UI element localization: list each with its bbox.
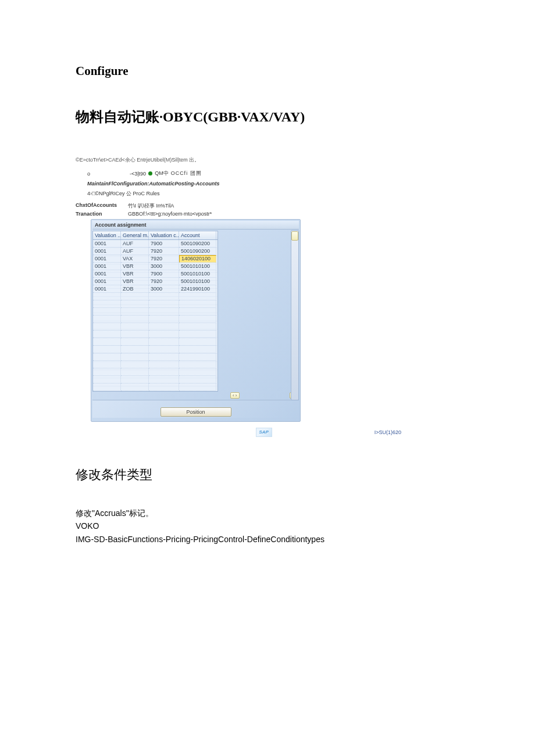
grid-cell[interactable] [149, 361, 179, 368]
grid-cell[interactable]: 0001 [93, 278, 121, 285]
col-general-mod[interactable]: General m... [121, 231, 149, 239]
account-grid[interactable]: Valuation ... General m... Valuation c..… [92, 231, 218, 392]
grid-cell[interactable] [179, 376, 216, 384]
grid-cell[interactable]: ZOB [121, 285, 149, 293]
table-row[interactable] [93, 293, 217, 300]
grid-cell[interactable]: 5001090200 [179, 240, 216, 248]
grid-cell[interactable] [93, 338, 121, 346]
grid-cell[interactable] [149, 384, 179, 391]
grid-cell[interactable]: 0001 [93, 240, 121, 248]
grid-cell[interactable]: 7920 [149, 255, 179, 263]
grid-cell[interactable] [93, 308, 121, 316]
grid-cell[interactable] [93, 361, 121, 368]
sap-sub-toolbar[interactable]: 4›□©NPglRICey 公 ProC Rules [87, 190, 401, 198]
grid-cell[interactable]: VBR [121, 278, 149, 285]
grid-cell[interactable] [121, 361, 149, 368]
grid-cell[interactable] [121, 293, 149, 300]
grid-cell[interactable]: 7920 [149, 278, 179, 285]
grid-cell[interactable] [121, 316, 149, 323]
grid-body[interactable]: 0001AUF790050010902000001AUF792050010902… [93, 240, 217, 391]
grid-cell[interactable]: AUF [121, 248, 149, 255]
grid-cell[interactable] [149, 368, 179, 376]
grid-cell[interactable]: VAX [121, 255, 149, 263]
grid-cell[interactable]: 5001010100 [179, 270, 216, 278]
grid-cell[interactable] [179, 353, 216, 361]
table-row[interactable] [93, 368, 217, 376]
grid-cell[interactable] [179, 316, 216, 323]
grid-cell[interactable] [93, 293, 121, 300]
table-row[interactable]: 0001VBR79205001010100 [93, 278, 217, 285]
grid-cell[interactable] [93, 316, 121, 323]
sap-toolbar[interactable]: o -<3|t90 QM中 OCCfi 团圄 [87, 170, 401, 177]
grid-cell[interactable] [121, 384, 149, 391]
grid-cell[interactable] [179, 361, 216, 368]
grid-cell[interactable] [149, 376, 179, 384]
grid-cell[interactable]: 0001 [93, 285, 121, 293]
grid-cell[interactable] [121, 323, 149, 331]
grid-cell[interactable] [179, 368, 216, 376]
grid-cell[interactable] [93, 384, 121, 391]
table-row[interactable] [93, 308, 217, 316]
grid-cell[interactable]: 5001010100 [179, 278, 216, 285]
grid-cell[interactable]: 5001090200 [179, 248, 216, 255]
grid-cell[interactable]: 2241990100 [179, 285, 216, 293]
grid-cell[interactable] [121, 308, 149, 316]
grid-cell[interactable] [179, 331, 216, 338]
grid-cell[interactable]: 3000 [149, 263, 179, 270]
grid-cell[interactable] [179, 300, 216, 308]
table-row[interactable] [93, 323, 217, 331]
grid-cell[interactable] [121, 338, 149, 346]
grid-cell[interactable] [179, 384, 216, 391]
grid-cell[interactable]: 7900 [149, 270, 179, 278]
grid-cell[interactable] [149, 300, 179, 308]
grid-cell[interactable] [179, 323, 216, 331]
grid-cell[interactable] [149, 293, 179, 300]
grid-cell[interactable] [93, 331, 121, 338]
grid-cell[interactable] [149, 346, 179, 353]
grid-cell[interactable]: VBR [121, 263, 149, 270]
grid-cell[interactable]: 3000 [149, 285, 179, 293]
position-button[interactable]: Position [160, 407, 231, 417]
grid-cell[interactable] [149, 323, 179, 331]
table-row[interactable] [93, 338, 217, 346]
grid-cell[interactable]: 0001 [93, 263, 121, 270]
sap-menu-bar[interactable]: ©E»ctoTrr\et>CAEd<余心 EntrjeUtibel(M)Sil|… [76, 155, 401, 167]
grid-cell[interactable]: AUF [121, 240, 149, 248]
grid-cell[interactable] [149, 338, 179, 346]
grid-cell[interactable] [121, 331, 149, 338]
grid-cell[interactable]: 1406020100 [179, 255, 216, 263]
table-row[interactable] [93, 331, 217, 338]
col-valuation-class[interactable]: Valuation c... [149, 231, 179, 239]
grid-cell[interactable] [121, 300, 149, 308]
grid-cell[interactable] [121, 368, 149, 376]
grid-cell[interactable] [121, 376, 149, 384]
grid-cell[interactable] [149, 316, 179, 323]
grid-cell[interactable] [121, 346, 149, 353]
table-row[interactable] [93, 353, 217, 361]
grid-cell[interactable] [149, 308, 179, 316]
table-row[interactable]: 0001VAX79201406020100 [93, 255, 217, 263]
scrollbar-thumb[interactable] [291, 231, 298, 241]
col-account[interactable]: Account [179, 231, 216, 239]
table-row[interactable] [93, 376, 217, 384]
table-row[interactable]: 0001AUF79205001090200 [93, 248, 217, 255]
table-row[interactable] [93, 361, 217, 368]
grid-cell[interactable]: 0001 [93, 248, 121, 255]
table-row[interactable]: 0001AUF79005001090200 [93, 240, 217, 248]
table-row[interactable]: 0001VBR79005001010100 [93, 270, 217, 278]
grid-cell[interactable] [93, 300, 121, 308]
table-row[interactable] [93, 316, 217, 323]
grid-cell[interactable]: 7900 [149, 240, 179, 248]
grid-cell[interactable] [93, 323, 121, 331]
grid-cell[interactable]: 0001 [93, 270, 121, 278]
table-row[interactable]: 0001ZOB30002241990100 [93, 285, 217, 293]
col-valuation[interactable]: Valuation ... [93, 231, 121, 239]
grid-cell[interactable] [93, 346, 121, 353]
grid-cell[interactable] [179, 346, 216, 353]
grid-cell[interactable]: VBR [121, 270, 149, 278]
grid-cell[interactable] [121, 353, 149, 361]
grid-cell[interactable]: 5001010100 [179, 263, 216, 270]
table-row[interactable] [93, 346, 217, 353]
grid-cell[interactable] [179, 308, 216, 316]
grid-cell[interactable] [179, 338, 216, 346]
